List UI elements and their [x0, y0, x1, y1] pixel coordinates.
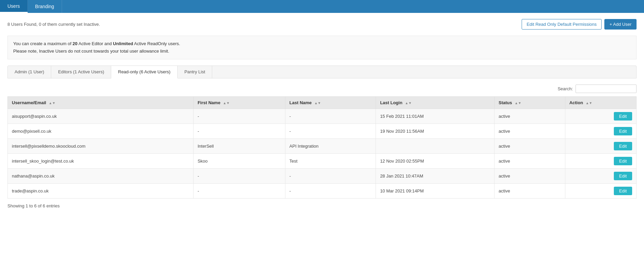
cell-username: trade@aspin.co.uk — [8, 184, 194, 199]
sort-icon-status: ▲▼ — [515, 101, 521, 105]
col-username[interactable]: Username/Email ▲▼ — [8, 97, 194, 109]
cell-status: active — [494, 139, 565, 154]
cell-action: Edit — [565, 139, 636, 154]
sort-icon-username: ▲▼ — [49, 101, 56, 105]
edit-user-button[interactable]: Edit — [614, 127, 632, 135]
table-row: intersell@pixselldemo.skoocloud.comInter… — [8, 139, 637, 154]
info-line1: You can create a maximum of 20 Active Ed… — [13, 40, 631, 48]
col-action[interactable]: Action ▲▼ — [565, 97, 636, 109]
header-btn-group: Edit Read Only Default Permissions + Add… — [522, 19, 637, 30]
sort-icon-lastname: ▲▼ — [314, 101, 321, 105]
cell-action: Edit — [565, 124, 636, 139]
nav-tab-users[interactable]: Users — [0, 0, 28, 13]
table-footer: Showing 1 to 6 of 6 entries — [7, 203, 637, 208]
edit-read-only-permissions-button[interactable]: Edit Read Only Default Permissions — [522, 19, 602, 30]
cell-action: Edit — [565, 184, 636, 199]
nav-tab-branding[interactable]: Branding — [28, 0, 62, 13]
cell-action: Edit — [565, 169, 636, 184]
info-line2: Please note, Inactive Users do not count… — [13, 48, 631, 55]
cell-firstname: InterSell — [193, 139, 285, 154]
table-header: Username/Email ▲▼ First Name ▲▼ Last Nam… — [8, 97, 637, 109]
table-row: nathana@aspin.co.uk--28 Jan 2021 10:47AM… — [8, 169, 637, 184]
edit-user-button[interactable]: Edit — [614, 187, 632, 195]
table-row: trade@aspin.co.uk--10 Mar 2021 09:14PMac… — [8, 184, 637, 199]
top-bar: 8 Users Found, 0 of them currently set I… — [7, 19, 637, 30]
cell-username: demo@pixsell.co.uk — [8, 124, 194, 139]
tab-bar: Admin (1 User) Editors (1 Active Users) … — [7, 66, 637, 78]
cell-firstname: - — [193, 184, 285, 199]
table-row: intersell_skoo_login@test.co.ukSkooTest1… — [8, 154, 637, 169]
cell-lastlogin: 15 Feb 2021 11:01AM — [376, 109, 495, 124]
sort-icon-lastlogin: ▲▼ — [405, 101, 412, 105]
sort-icon-action: ▲▼ — [586, 101, 592, 105]
tab-pantry[interactable]: Pantry List — [178, 66, 212, 78]
cell-status: active — [494, 169, 565, 184]
cell-lastlogin: 19 Nov 2020 11:56AM — [376, 124, 495, 139]
cell-status: active — [494, 109, 565, 124]
table-row: aisupport@aspin.co.uk--15 Feb 2021 11:01… — [8, 109, 637, 124]
cell-firstname: Skoo — [193, 154, 285, 169]
table-row: demo@pixsell.co.uk--19 Nov 2020 11:56AMa… — [8, 124, 637, 139]
status-text: 8 Users Found, 0 of them currently set I… — [7, 22, 100, 27]
sort-icon-firstname: ▲▼ — [223, 101, 230, 105]
edit-user-button[interactable]: Edit — [614, 112, 632, 120]
cell-lastname: - — [285, 169, 376, 184]
tab-readonly[interactable]: Read-only (6 Active Users) — [111, 66, 178, 78]
cell-lastlogin — [376, 139, 495, 154]
col-status[interactable]: Status ▲▼ — [494, 97, 565, 109]
cell-username: intersell_skoo_login@test.co.uk — [8, 154, 194, 169]
add-user-button[interactable]: + Add User — [604, 19, 637, 30]
edit-user-button[interactable]: Edit — [614, 157, 632, 165]
search-input[interactable] — [576, 85, 637, 93]
cell-lastname: - — [285, 109, 376, 124]
table-body: aisupport@aspin.co.uk--15 Feb 2021 11:01… — [8, 109, 637, 199]
col-lastname[interactable]: Last Name ▲▼ — [285, 97, 376, 109]
top-nav: Users Branding — [0, 0, 644, 13]
tab-editors[interactable]: Editors (1 Active Users) — [51, 66, 111, 78]
col-lastlogin[interactable]: Last Login ▲▼ — [376, 97, 495, 109]
edit-user-button[interactable]: Edit — [614, 172, 632, 180]
cell-status: active — [494, 184, 565, 199]
cell-username: aisupport@aspin.co.uk — [8, 109, 194, 124]
info-box: You can create a maximum of 20 Active Ed… — [7, 36, 637, 59]
search-label: Search: — [558, 86, 573, 91]
cell-lastlogin: 10 Mar 2021 09:14PM — [376, 184, 495, 199]
search-bar: Search: — [7, 85, 637, 93]
cell-lastname: API Integration — [285, 139, 376, 154]
cell-lastlogin: 28 Jan 2021 10:47AM — [376, 169, 495, 184]
cell-lastlogin: 12 Nov 2020 02:55PM — [376, 154, 495, 169]
cell-firstname: - — [193, 169, 285, 184]
cell-status: active — [494, 154, 565, 169]
tab-admin[interactable]: Admin (1 User) — [8, 66, 51, 78]
cell-username: nathana@aspin.co.uk — [8, 169, 194, 184]
cell-lastname: Test — [285, 154, 376, 169]
cell-username: intersell@pixselldemo.skoocloud.com — [8, 139, 194, 154]
cell-firstname: - — [193, 109, 285, 124]
cell-lastname: - — [285, 124, 376, 139]
cell-firstname: - — [193, 124, 285, 139]
main-content: 8 Users Found, 0 of them currently set I… — [0, 13, 644, 260]
cell-action: Edit — [565, 109, 636, 124]
col-firstname[interactable]: First Name ▲▼ — [193, 97, 285, 109]
users-table: Username/Email ▲▼ First Name ▲▼ Last Nam… — [7, 96, 637, 199]
cell-action: Edit — [565, 154, 636, 169]
cell-lastname: - — [285, 184, 376, 199]
cell-status: active — [494, 124, 565, 139]
edit-user-button[interactable]: Edit — [614, 142, 632, 150]
showing-text: Showing 1 to 6 of 6 entries — [7, 203, 60, 208]
